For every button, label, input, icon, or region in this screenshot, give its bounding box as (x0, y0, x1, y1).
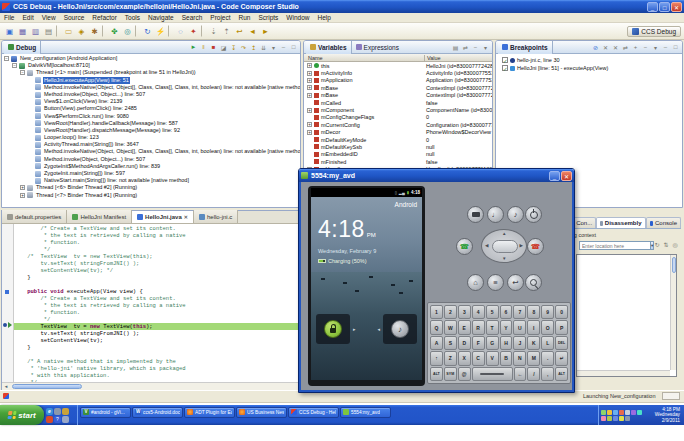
close-button[interactable]: ✕ (671, 2, 682, 12)
back-icon[interactable]: ◄ (246, 25, 259, 38)
vscroll-thumb[interactable] (672, 257, 676, 273)
taskbar-window-button[interactable]: US Business News - L... (236, 407, 287, 418)
ie-quicklaunch-icon[interactable]: e (46, 408, 53, 415)
tree-twisty[interactable]: − (20, 70, 25, 75)
tray-icon[interactable] (613, 410, 618, 415)
call-button[interactable]: ☎ (456, 238, 473, 255)
emulator-title-bar[interactable]: 5554:my_avd _ ✕ (299, 169, 574, 182)
key-o[interactable]: O (541, 320, 554, 334)
key-t[interactable]: T (486, 320, 499, 334)
tree-twisty[interactable]: + (20, 185, 25, 190)
quicklaunch-red-icon[interactable] (46, 416, 53, 423)
key-r[interactable]: R (472, 320, 485, 334)
tray-icon[interactable] (607, 410, 612, 415)
key-x[interactable]: X (458, 351, 471, 365)
help-icon[interactable]: ? (54, 416, 61, 423)
key-q[interactable]: Q (430, 320, 443, 334)
debug-tree-row[interactable]: − Thread [<1> main] (Suspended (breakpoi… (2, 69, 300, 76)
key-space[interactable] (472, 367, 513, 381)
media-player-icon[interactable] (62, 408, 69, 415)
key-1[interactable]: 1 (430, 305, 443, 319)
forward-icon[interactable]: ► (259, 25, 272, 38)
external-tools-icon[interactable]: ✦ (187, 25, 200, 38)
debug-tree-row[interactable]: View$PerformClick.run() line: 9080 (2, 113, 300, 120)
debug-tree-row[interactable]: HelloJni.executeApp(View) line: 51 (2, 77, 300, 84)
taskbar-window-button[interactable]: W ccs5-Android.doc -... (132, 407, 183, 418)
scroll-left-icon[interactable]: ◄ (2, 384, 10, 389)
key-0[interactable]: 0 (555, 305, 568, 319)
menu-item[interactable]: Run (235, 14, 255, 21)
key-s[interactable]: S (444, 336, 457, 350)
menu-item[interactable]: Navigate (144, 14, 178, 21)
step-return-icon[interactable]: ↥ (249, 42, 258, 53)
maximize-button[interactable]: □ (659, 2, 670, 12)
tray-icon[interactable] (601, 410, 606, 415)
key-u[interactable]: U (513, 320, 526, 334)
debug-tree-row[interactable]: Method.invoke(Object, Object...) line: 5… (2, 156, 300, 163)
vscrollbar[interactable] (670, 255, 676, 370)
key-c[interactable]: C (472, 351, 485, 365)
key-5[interactable]: 5 (486, 305, 499, 319)
key-6[interactable]: 6 (500, 305, 513, 319)
key-m[interactable]: M (527, 351, 540, 365)
step-over-icon[interactable]: ↷ (239, 42, 248, 53)
breakpoint-checkbox[interactable]: ✓ (502, 65, 508, 71)
key-l[interactable]: L (541, 336, 554, 350)
menu-item[interactable]: File (0, 14, 18, 21)
collapse-all-icon[interactable]: − (641, 42, 650, 53)
maximize-view-icon[interactable]: □ (671, 42, 680, 53)
variable-expander[interactable]: + (307, 63, 312, 68)
save-icon[interactable]: ▦ (16, 25, 29, 38)
variable-row[interactable]: mEmbeddedID null (304, 151, 492, 158)
menu-item[interactable]: View (38, 14, 60, 21)
window-switch-icon[interactable] (62, 416, 69, 423)
key-←[interactable]: ← (514, 367, 527, 381)
menu-item[interactable]: Search (178, 14, 207, 21)
menu-item[interactable]: Scripts (254, 14, 282, 21)
dpad-down-icon[interactable]: ▼ (502, 256, 506, 261)
view-menu-icon[interactable]: ▾ (481, 42, 490, 53)
view-menu-icon[interactable]: ▾ (269, 42, 278, 53)
variable-row[interactable]: mDefaultKeySsb null (304, 143, 492, 150)
tray-icon[interactable] (625, 410, 630, 415)
key-v[interactable]: V (486, 351, 499, 365)
menu-item[interactable]: Edit (18, 14, 37, 21)
key-@[interactable]: @ (458, 367, 471, 381)
show-desktop-icon[interactable] (54, 408, 61, 415)
variable-row[interactable]: + mBase ContextImpl (id=830007772168) (304, 84, 492, 91)
key-f[interactable]: F (472, 336, 485, 350)
variable-expander[interactable]: + (307, 108, 312, 113)
last-edit-location-icon[interactable]: ↩ (233, 25, 246, 38)
editor-tab[interactable]: HelloJni Manifest (67, 210, 132, 223)
step-into-icon[interactable]: ↧ (229, 42, 238, 53)
menu-item[interactable]: Help (313, 14, 334, 21)
volume-up-button[interactable]: ♪ (507, 206, 524, 223)
menu-item[interactable]: Project (206, 14, 234, 21)
debug-tree-row[interactable]: Method.invokeNative(Object, Object[], Cl… (2, 148, 300, 155)
key-d[interactable]: D (458, 336, 471, 350)
taskbar-window-button[interactable]: CCS Debug - HelloJni... (288, 407, 339, 418)
menu-button[interactable]: ≡ (487, 274, 504, 291)
key-2[interactable]: 2 (444, 305, 457, 319)
search-button[interactable] (525, 274, 542, 291)
toolbar-icon[interactable] (56, 25, 61, 37)
debug-tree-row[interactable]: Method.invoke(Object, Object...) line: 5… (2, 91, 300, 98)
key-g[interactable]: G (486, 336, 499, 350)
flash-icon[interactable]: ⚡ (154, 25, 167, 38)
emulator-close-button[interactable]: ✕ (561, 171, 572, 181)
menu-item[interactable]: Refactor (88, 14, 121, 21)
remove-all-breakpoints-icon[interactable]: ✕ (611, 42, 620, 53)
tab-variables[interactable]: Variables (306, 41, 352, 54)
minimize-button[interactable]: _ (647, 2, 658, 12)
toolbar-icon[interactable] (102, 25, 107, 37)
debug-tree-row[interactable]: ViewRoot(Handler).dispatchMessage(Messag… (2, 127, 300, 134)
hscroll-thumb[interactable] (12, 384, 82, 389)
tray-icon[interactable] (625, 416, 630, 421)
show-source-icon[interactable]: ⇅ (662, 241, 670, 250)
perspective-switcher[interactable]: CCS Debug (627, 26, 681, 37)
editor-gutter[interactable] (2, 224, 14, 382)
debug-tree-row[interactable]: ActivityThread.main(String[]) line: 3647 (2, 141, 300, 148)
sound-slider[interactable]: ♪ (383, 314, 417, 344)
dpad-center-button[interactable] (492, 240, 518, 253)
variable-expander[interactable]: + (307, 71, 312, 76)
